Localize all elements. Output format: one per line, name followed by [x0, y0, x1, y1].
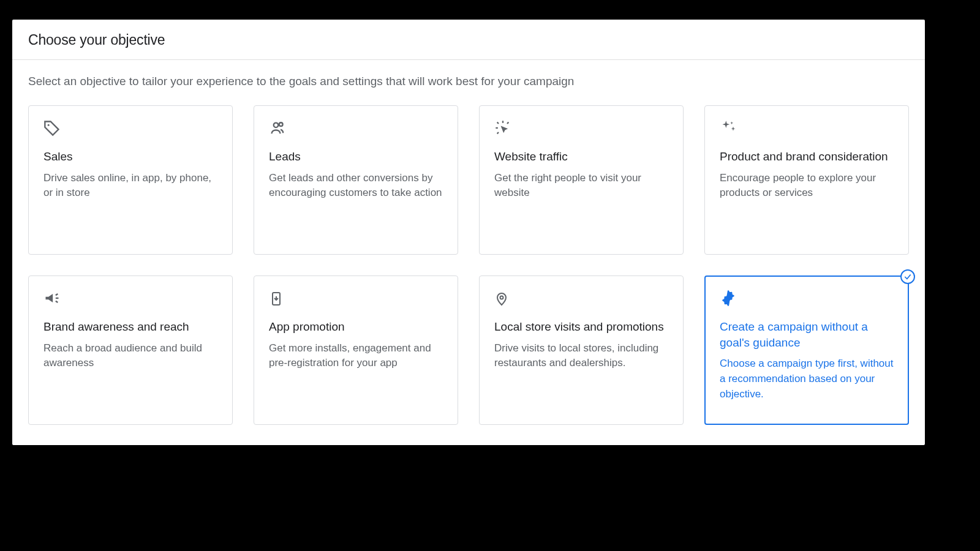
objective-card-sales[interactable]: Sales Drive sales online, in app, by pho… [28, 105, 233, 255]
card-title: Leads [269, 149, 443, 165]
selected-check-icon [900, 269, 915, 284]
svg-line-8 [56, 294, 58, 295]
objective-card-brand-awareness[interactable]: Brand awareness and reach Reach a broad … [28, 276, 233, 425]
panel-subtitle: Select an objective to tailor your exper… [28, 75, 909, 88]
card-desc: Get more installs, engagement and pre-re… [269, 341, 443, 371]
panel-body: Select an objective to tailor your exper… [12, 60, 925, 440]
svg-line-3 [497, 122, 499, 124]
card-title: Create a campaign without a goal's guida… [720, 319, 894, 350]
card-title: Website traffic [494, 149, 668, 165]
objective-card-leads[interactable]: Leads Get leads and other conversions by… [254, 105, 458, 255]
panel-header: Choose your objective [12, 20, 925, 60]
objective-card-local-store[interactable]: Local store visits and promotions Drive … [479, 276, 684, 425]
gear-icon [720, 290, 894, 310]
card-title: Sales [43, 149, 217, 165]
people-icon [269, 119, 443, 140]
pin-icon [494, 290, 668, 310]
card-desc: Reach a broad audience and build awarene… [43, 341, 217, 371]
svg-line-10 [56, 301, 58, 302]
tag-icon [43, 119, 217, 140]
card-desc: Drive visits to local stores, including … [494, 341, 668, 371]
svg-point-1 [274, 123, 278, 127]
objective-card-website-traffic[interactable]: Website traffic Get the right people to … [479, 105, 684, 255]
megaphone-icon [43, 290, 217, 310]
card-title: App promotion [269, 319, 443, 335]
app-icon [269, 290, 443, 310]
objective-card-no-goal[interactable]: Create a campaign without a goal's guida… [704, 276, 909, 425]
svg-point-13 [500, 296, 503, 299]
svg-point-2 [279, 122, 283, 126]
click-icon [494, 119, 668, 140]
card-desc: Choose a campaign type first, without a … [720, 356, 894, 402]
svg-line-7 [507, 122, 508, 124]
objective-card-product-brand-consideration[interactable]: Product and brand consideration Encourag… [704, 105, 909, 255]
card-title: Product and brand consideration [720, 149, 894, 165]
page-title: Choose your objective [28, 32, 909, 48]
card-title: Local store visits and promotions [494, 319, 668, 335]
card-desc: Get the right people to visit your websi… [494, 171, 668, 201]
objective-panel: Choose your objective Select an objectiv… [12, 20, 925, 445]
sparkle-icon [720, 119, 894, 140]
objective-card-app-promotion[interactable]: App promotion Get more installs, engagem… [254, 276, 458, 425]
card-title: Brand awareness and reach [43, 319, 217, 335]
card-desc: Drive sales online, in app, by phone, or… [43, 171, 217, 201]
objective-grid: Sales Drive sales online, in app, by pho… [28, 105, 909, 425]
svg-line-6 [497, 132, 499, 133]
card-desc: Encourage people to explore your product… [720, 171, 894, 201]
card-desc: Get leads and other conversions by encou… [269, 171, 443, 201]
svg-point-0 [48, 124, 50, 126]
